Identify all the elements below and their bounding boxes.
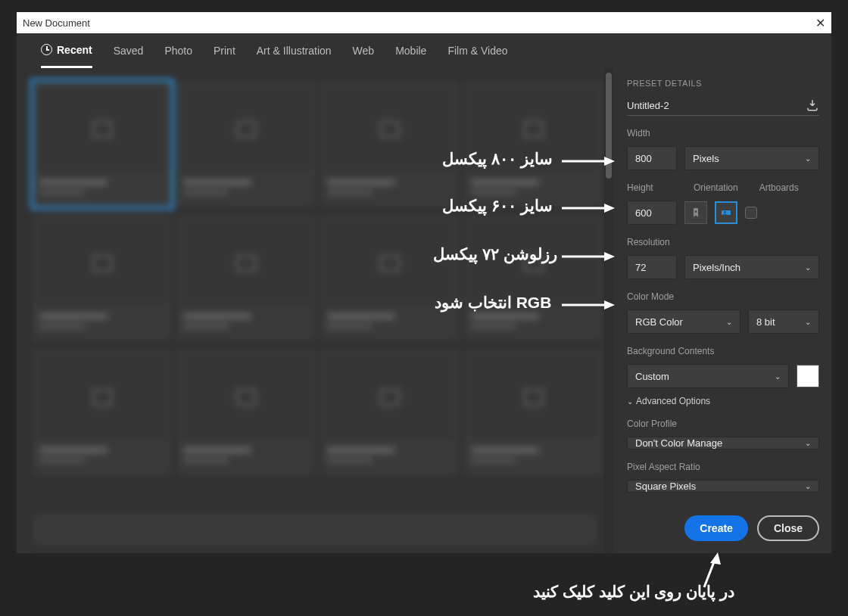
- artboards-label: Artboards: [759, 182, 799, 193]
- tab-label: Recent: [57, 44, 92, 56]
- preset-card[interactable]: [177, 350, 315, 474]
- preset-card[interactable]: [33, 216, 171, 341]
- resolution-unit-select[interactable]: Pixels/Inch⌄: [684, 255, 819, 279]
- chevron-down-icon: ⌄: [805, 263, 811, 272]
- preset-card[interactable]: [33, 350, 171, 474]
- background-color-swatch[interactable]: [797, 365, 819, 387]
- artboards-checkbox[interactable]: [745, 207, 757, 219]
- bit-depth-select[interactable]: 8 bit⌄: [748, 310, 819, 334]
- tab-film[interactable]: Film & Video: [447, 33, 507, 68]
- tab-saved[interactable]: Saved: [114, 33, 144, 68]
- titlebar: New Document ✕: [17, 12, 831, 33]
- preset-footer: [33, 514, 597, 546]
- pixel-aspect-label: Pixel Aspect Ratio: [627, 462, 819, 472]
- panel-header: PRESET DETAILS: [627, 79, 819, 88]
- preset-card[interactable]: [465, 82, 603, 207]
- tab-print[interactable]: Print: [214, 33, 235, 68]
- chevron-down-icon: ⌄: [775, 372, 781, 381]
- window-title: New Document: [23, 17, 90, 29]
- annotation-height: سایز ۶۰۰ پیکسل: [442, 197, 553, 215]
- annotation-width: سایز ۸۰۰ پیکسل: [442, 150, 553, 168]
- create-button[interactable]: Create: [684, 515, 748, 541]
- width-unit-select[interactable]: Pixels⌄: [684, 146, 819, 170]
- save-preset-icon[interactable]: [806, 98, 819, 112]
- tab-art[interactable]: Art & Illustration: [257, 33, 332, 68]
- tab-mobile[interactable]: Mobile: [395, 33, 426, 68]
- color-mode-select[interactable]: RGB Color⌄: [627, 310, 740, 334]
- preset-details-panel: PRESET DETAILS Untitled-2 Width 800 Pixe…: [613, 68, 831, 553]
- preset-card[interactable]: [321, 350, 459, 474]
- close-icon[interactable]: ✕: [815, 16, 825, 30]
- advanced-options-toggle[interactable]: ⌄ Advanced Options: [627, 396, 819, 406]
- tabbar: Recent Saved Photo Print Art & Illustrat…: [17, 33, 831, 68]
- tab-web[interactable]: Web: [353, 33, 375, 68]
- clock-icon: [41, 44, 52, 55]
- chevron-down-icon: ⌄: [627, 397, 633, 406]
- color-profile-select[interactable]: Don't Color Manage⌄: [627, 437, 819, 450]
- preset-scrollbar[interactable]: [604, 68, 613, 553]
- background-select[interactable]: Custom⌄: [627, 364, 789, 388]
- chevron-down-icon: ⌄: [726, 318, 732, 326]
- tab-label: Art & Illustration: [257, 45, 332, 57]
- tab-photo[interactable]: Photo: [164, 33, 192, 68]
- tab-label: Saved: [114, 45, 144, 57]
- preset-card[interactable]: [33, 82, 171, 207]
- new-document-dialog: New Document ✕ Recent Saved Photo Print …: [17, 12, 831, 553]
- chevron-down-icon: ⌄: [805, 482, 811, 490]
- document-name-field[interactable]: Untitled-2: [627, 100, 669, 111]
- chevron-down-icon: ⌄: [805, 154, 811, 163]
- height-input[interactable]: 600: [627, 201, 677, 225]
- tab-label: Film & Video: [447, 45, 507, 57]
- tab-label: Web: [353, 45, 375, 57]
- resolution-label: Resolution: [627, 237, 819, 247]
- preset-card[interactable]: [321, 216, 459, 341]
- orientation-landscape[interactable]: [715, 201, 737, 224]
- preset-card[interactable]: [177, 82, 315, 207]
- preset-card[interactable]: [177, 216, 315, 341]
- color-profile-label: Color Profile: [627, 418, 819, 429]
- orientation-label: Orientation: [694, 182, 738, 193]
- svg-point-3: [724, 211, 726, 213]
- width-input[interactable]: 800: [627, 146, 677, 170]
- chevron-down-icon: ⌄: [805, 439, 811, 447]
- svg-point-1: [695, 210, 697, 213]
- background-label: Background Contents: [627, 346, 819, 356]
- color-mode-label: Color Mode: [627, 291, 819, 302]
- resolution-input[interactable]: 72: [627, 255, 677, 279]
- preset-card[interactable]: [465, 350, 603, 474]
- annotation-mode: RGB انتخاب شود: [435, 294, 551, 312]
- tab-recent[interactable]: Recent: [41, 33, 92, 68]
- svg-marker-13: [710, 552, 721, 565]
- chevron-down-icon: ⌄: [805, 318, 811, 326]
- preset-card[interactable]: [321, 82, 459, 207]
- annotation-resolution: رزلوشن ۷۲ پیکسل: [433, 245, 557, 263]
- tab-label: Mobile: [395, 45, 426, 57]
- annotation-final: در پایان روی این کلید کلیک کنید: [533, 583, 734, 601]
- pixel-aspect-select[interactable]: Square Pixels⌄: [627, 480, 819, 493]
- close-button[interactable]: Close: [757, 515, 819, 541]
- preset-card[interactable]: [465, 216, 603, 341]
- orientation-portrait[interactable]: [684, 201, 707, 224]
- height-label: Height: [627, 182, 672, 193]
- tab-label: Print: [214, 45, 235, 57]
- tab-label: Photo: [164, 45, 192, 57]
- width-label: Width: [627, 128, 819, 138]
